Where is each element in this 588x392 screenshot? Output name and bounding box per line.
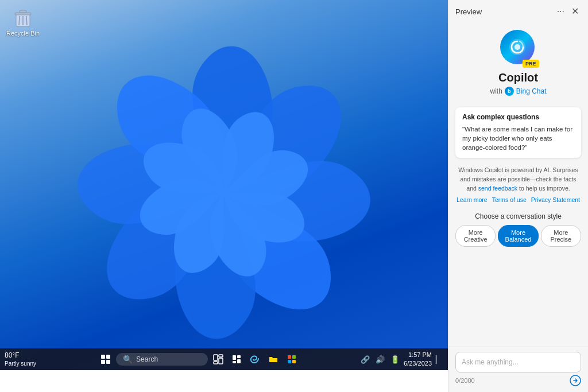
bing-icon: b — [505, 87, 514, 96]
recycle-bin-label: Recycle Bin — [6, 30, 40, 37]
pre-badge: PRE — [523, 60, 539, 68]
svg-rect-14 — [233, 355, 236, 360]
input-placeholder: Ask me anything... — [462, 358, 519, 366]
svg-line-5 — [26, 16, 27, 25]
copilot-panel-header: Preview ··· ✕ — [448, 0, 588, 21]
privacy-link[interactable]: Privacy Statement — [531, 196, 580, 205]
with-label: with — [490, 87, 502, 95]
svg-rect-18 — [288, 355, 291, 359]
char-count-row: 0/2000 — [455, 375, 581, 386]
precise-style-button[interactable]: MorePrecise — [541, 225, 581, 247]
style-buttons: MoreCreative MoreBalanced MorePrecise — [455, 225, 581, 247]
svg-rect-17 — [237, 359, 241, 363]
weather-temp: 80°F — [5, 351, 36, 360]
search-bar[interactable]: 🔍 Search — [116, 353, 208, 366]
battery-icon[interactable]: 🔋 — [389, 354, 401, 365]
svg-rect-10 — [214, 355, 218, 360]
widgets-button[interactable] — [229, 351, 245, 367]
edge-button[interactable] — [247, 351, 263, 367]
card-title: Ask complex questions — [462, 113, 574, 121]
file-explorer-button[interactable] — [265, 351, 281, 367]
chat-input[interactable]: Ask me anything... — [455, 352, 581, 372]
recycle-bin-icon[interactable]: Recycle Bin — [6, 6, 40, 37]
recycle-bin-graphic — [11, 6, 34, 29]
copilot-name: Copilot — [498, 71, 538, 84]
copilot-icon-wrapper: PRE — [500, 30, 537, 67]
clock-date: 6/23/2023 — [404, 359, 432, 368]
svg-rect-21 — [292, 360, 296, 363]
char-count: 0/2000 — [455, 377, 475, 384]
send-feedback-link[interactable]: send feedback — [478, 185, 517, 192]
svg-rect-11 — [219, 358, 223, 364]
system-clock[interactable]: 1:57 PM 6/23/2023 — [404, 351, 432, 368]
search-label: Search — [136, 355, 158, 363]
svg-rect-19 — [292, 355, 296, 359]
svg-line-3 — [19, 16, 20, 25]
svg-rect-16 — [233, 361, 236, 363]
learn-more-link[interactable]: Learn more — [457, 196, 488, 205]
more-options-button[interactable]: ··· — [555, 6, 567, 17]
svg-rect-20 — [288, 360, 291, 363]
taskbar: 80°F Partly sunny 🔍 Search — [0, 348, 448, 370]
svg-rect-9 — [106, 360, 110, 364]
taskbar-right: 🔗 🔊 🔋 1:57 PM 6/23/2023 ▏ — [359, 351, 443, 368]
disclaimer-links: Learn more Terms of use Privacy Statemen… — [455, 196, 581, 205]
disclaimer-area: Windows Copilot is powered by AI. Surpri… — [455, 166, 581, 204]
copilot-panel-title: Preview — [455, 7, 482, 16]
svg-rect-2 — [20, 10, 26, 13]
input-area: Ask me anything... 0/2000 — [448, 347, 588, 392]
svg-rect-15 — [237, 355, 241, 358]
card-text: "What are some meals I can make for my p… — [462, 125, 574, 152]
search-icon: 🔍 — [123, 355, 133, 364]
svg-point-23 — [514, 44, 520, 50]
creative-style-button[interactable]: MoreCreative — [455, 225, 496, 247]
svg-rect-7 — [106, 355, 110, 359]
bing-chat-line: with b Bing Chat — [490, 87, 546, 96]
conversation-style-section: Choose a conversation style MoreCreative… — [455, 212, 581, 247]
send-button[interactable] — [570, 375, 581, 386]
bing-chat-link[interactable]: Bing Chat — [516, 87, 547, 95]
close-button[interactable]: ✕ — [569, 6, 581, 17]
copilot-panel: Preview ··· ✕ PRE Copilot with b Bing — [448, 0, 588, 392]
svg-rect-6 — [101, 355, 105, 359]
disclaimer-suffix: to help us improve. — [519, 185, 570, 192]
start-button[interactable] — [98, 351, 114, 367]
weather-widget[interactable]: 80°F Partly sunny — [5, 351, 36, 368]
store-button[interactable] — [284, 351, 300, 367]
clock-time: 1:57 PM — [404, 351, 432, 359]
question-card: Ask complex questions "What are some mea… — [455, 107, 581, 158]
show-desktop-button[interactable]: ▏ — [434, 354, 443, 365]
taskbar-center: 🔍 Search — [42, 351, 355, 367]
svg-rect-1 — [15, 13, 31, 15]
desktop-background: Recycle Bin 80°F Partly sunny 🔍 Search — [0, 0, 448, 370]
copilot-icon-bg — [500, 30, 535, 64]
task-view-button[interactable] — [210, 351, 226, 367]
svg-rect-12 — [214, 362, 218, 364]
copilot-logo-area: PRE Copilot with b Bing Chat — [448, 21, 588, 102]
volume-icon[interactable]: 🔊 — [374, 354, 386, 365]
weather-condition: Partly sunny — [5, 360, 36, 367]
balanced-style-button[interactable]: MoreBalanced — [498, 225, 538, 247]
header-actions: ··· ✕ — [555, 6, 581, 17]
network-icon[interactable]: 🔗 — [359, 354, 372, 365]
svg-rect-8 — [101, 360, 105, 364]
svg-rect-13 — [219, 355, 223, 357]
terms-link[interactable]: Terms of use — [492, 196, 527, 205]
conv-style-label: Choose a conversation style — [455, 212, 581, 220]
